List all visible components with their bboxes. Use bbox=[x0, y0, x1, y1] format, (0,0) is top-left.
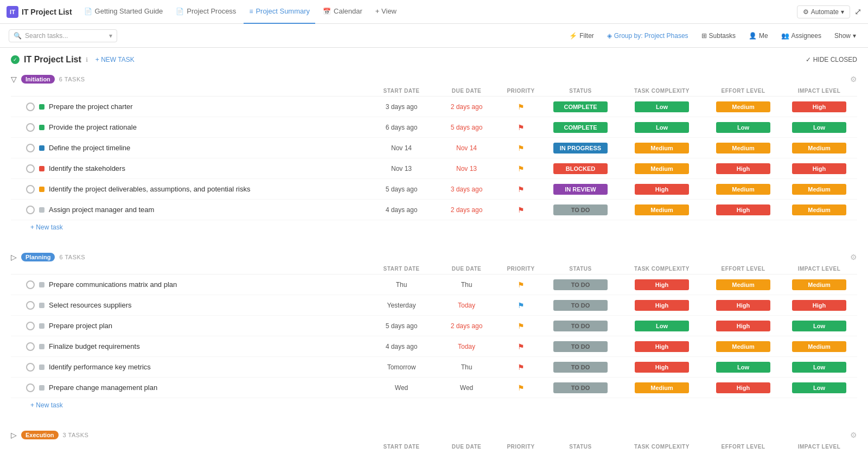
new-task-initiation[interactable]: + New task bbox=[11, 220, 857, 234]
status-cell: COMPLETE bbox=[542, 101, 618, 112]
share-icon[interactable]: ⤢ bbox=[854, 7, 861, 17]
complexity-badge: Low bbox=[635, 321, 689, 331]
task-check[interactable] bbox=[26, 123, 35, 132]
show-button[interactable]: Show ▾ bbox=[831, 30, 859, 41]
automate-button[interactable]: ⚙ Automate ▾ bbox=[797, 5, 850, 18]
section-toggle-planning[interactable]: ▷ bbox=[11, 253, 17, 261]
effort-badge: Medium bbox=[716, 341, 770, 352]
complexity-badge: Medium bbox=[635, 163, 689, 174]
task-name-cell: Identify the stakeholders bbox=[11, 164, 369, 173]
group-by-button[interactable]: ◈ Group by: Project Phases bbox=[604, 30, 692, 41]
priority: ⚑ bbox=[499, 185, 542, 194]
filter-button[interactable]: ⚡ Filter bbox=[566, 30, 597, 41]
table-row: Identify the project deliverables, assum… bbox=[11, 179, 857, 200]
me-button[interactable]: 👤 Me bbox=[745, 30, 771, 41]
task-check[interactable] bbox=[26, 322, 35, 330]
start-date: 6 days ago bbox=[369, 124, 434, 131]
task-check[interactable] bbox=[26, 280, 35, 289]
priority: ⚑ bbox=[499, 144, 542, 152]
section-gear-planning[interactable]: ⚙ bbox=[850, 253, 857, 261]
subtasks-button[interactable]: ⊞ Subtasks bbox=[698, 30, 739, 41]
task-check[interactable] bbox=[26, 342, 35, 351]
task-check[interactable] bbox=[26, 164, 35, 173]
task-name[interactable]: Prepare communications matrix and plan bbox=[49, 280, 177, 289]
task-name[interactable]: Assign project manager and team bbox=[49, 206, 154, 214]
start-date: Nov 14 bbox=[369, 144, 434, 152]
complexity-badge: High bbox=[635, 300, 689, 311]
effort-badge: Low bbox=[716, 122, 770, 133]
section-gear-execution[interactable]: ⚙ bbox=[850, 431, 857, 439]
tab-project-summary[interactable]: ≡ Project Summary bbox=[244, 0, 315, 24]
task-name-cell: Finalize budget requirements bbox=[11, 342, 369, 351]
complexity-cell: Medium bbox=[618, 163, 705, 174]
task-name-cell: Assign project manager and team bbox=[11, 206, 369, 214]
task-check[interactable] bbox=[26, 383, 35, 392]
info-icon[interactable]: ℹ bbox=[86, 56, 88, 63]
table-row: Assign project manager and team 4 days a… bbox=[11, 200, 857, 220]
task-name[interactable]: Provide the project rationale bbox=[49, 123, 137, 131]
task-check[interactable] bbox=[26, 103, 35, 111]
task-check[interactable] bbox=[26, 144, 35, 152]
task-dot bbox=[39, 166, 44, 171]
task-name[interactable]: Finalize budget requirements bbox=[49, 342, 140, 350]
effort-badge: High bbox=[716, 204, 770, 215]
complexity-cell: Medium bbox=[618, 204, 705, 215]
task-name[interactable]: Prepare project plan bbox=[49, 322, 112, 330]
tab-icon-project-process: 📄 bbox=[176, 8, 184, 15]
impact-cell: Medium bbox=[781, 204, 857, 215]
task-name[interactable]: Select resources suppliers bbox=[49, 301, 131, 309]
col-impact-p: IMPACT LEVEL bbox=[781, 266, 857, 272]
task-check[interactable] bbox=[26, 363, 35, 372]
task-name[interactable]: Identify the project deliverables, assum… bbox=[49, 185, 250, 193]
tab-getting-started[interactable]: 📄 Getting Started Guide bbox=[79, 0, 169, 24]
section-badge-initiation: Initiation bbox=[21, 75, 55, 84]
task-name[interactable]: Identify performance key metrics bbox=[49, 363, 151, 371]
status-cell: COMPLETE bbox=[542, 122, 618, 133]
priority-flag: ⚑ bbox=[518, 363, 525, 372]
task-check[interactable] bbox=[26, 185, 35, 194]
priority-flag: ⚑ bbox=[518, 301, 525, 310]
col-headers-initiation: START DATE DUE DATE PRIORITY STATUS TASK… bbox=[11, 86, 857, 97]
tab-project-process[interactable]: 📄 Project Process bbox=[170, 0, 241, 24]
impact-cell: High bbox=[781, 300, 857, 311]
due-date: Thu bbox=[434, 363, 499, 371]
section-toggle-initiation[interactable]: ▽ bbox=[11, 75, 17, 84]
task-check[interactable] bbox=[26, 301, 35, 310]
hide-closed-button[interactable]: ✓ HIDE CLOSED bbox=[806, 56, 857, 63]
tab-add-view[interactable]: + View bbox=[370, 0, 402, 24]
new-task-planning[interactable]: + New task bbox=[11, 398, 857, 412]
effort-cell: High bbox=[705, 163, 781, 174]
status-cell: TO DO bbox=[542, 341, 618, 352]
col-effort: EFFORT LEVEL bbox=[705, 88, 781, 94]
show-chevron: ▾ bbox=[853, 32, 856, 40]
priority: ⚑ bbox=[499, 206, 542, 214]
tab-calendar[interactable]: 📅 Calendar bbox=[317, 0, 368, 24]
section-planning: ▷ Planning 6 TASKS ⚙ START DATE DUE DATE… bbox=[11, 247, 857, 412]
page-check[interactable]: ✓ bbox=[11, 55, 20, 64]
impact-cell: High bbox=[781, 101, 857, 112]
task-name[interactable]: Prepare change management plan bbox=[49, 383, 157, 392]
impact-cell: Medium bbox=[781, 279, 857, 290]
priority-flag: ⚑ bbox=[518, 144, 525, 152]
task-dot bbox=[39, 385, 44, 391]
table-row: Identify the stakeholders Nov 13 Nov 13 … bbox=[11, 158, 857, 179]
col-priority-p: PRIORITY bbox=[499, 266, 542, 272]
section-gear-initiation[interactable]: ⚙ bbox=[850, 75, 857, 84]
start-date: Yesterday bbox=[369, 302, 434, 309]
effort-cell: Medium bbox=[705, 341, 781, 352]
search-box[interactable]: 🔍 Search tasks... ▾ bbox=[9, 29, 117, 42]
assignees-button[interactable]: 👥 Assignees bbox=[778, 30, 825, 41]
task-name-cell: Identify performance key metrics bbox=[11, 363, 369, 372]
search-dropdown-icon: ▾ bbox=[109, 32, 112, 40]
app-title: IT Project List bbox=[22, 8, 72, 16]
section-toggle-execution[interactable]: ▷ bbox=[11, 431, 17, 439]
task-check[interactable] bbox=[26, 206, 35, 214]
new-task-button[interactable]: + NEW TASK bbox=[92, 54, 138, 65]
task-dot bbox=[39, 104, 44, 110]
automate-chevron: ▾ bbox=[841, 8, 844, 16]
task-name-cell: Prepare project plan bbox=[11, 322, 369, 330]
task-name[interactable]: Identify the stakeholders bbox=[49, 164, 125, 172]
task-name[interactable]: Define the project timeline bbox=[49, 144, 130, 152]
complexity-cell: Low bbox=[618, 321, 705, 331]
task-name[interactable]: Prepare the project charter bbox=[49, 103, 133, 111]
